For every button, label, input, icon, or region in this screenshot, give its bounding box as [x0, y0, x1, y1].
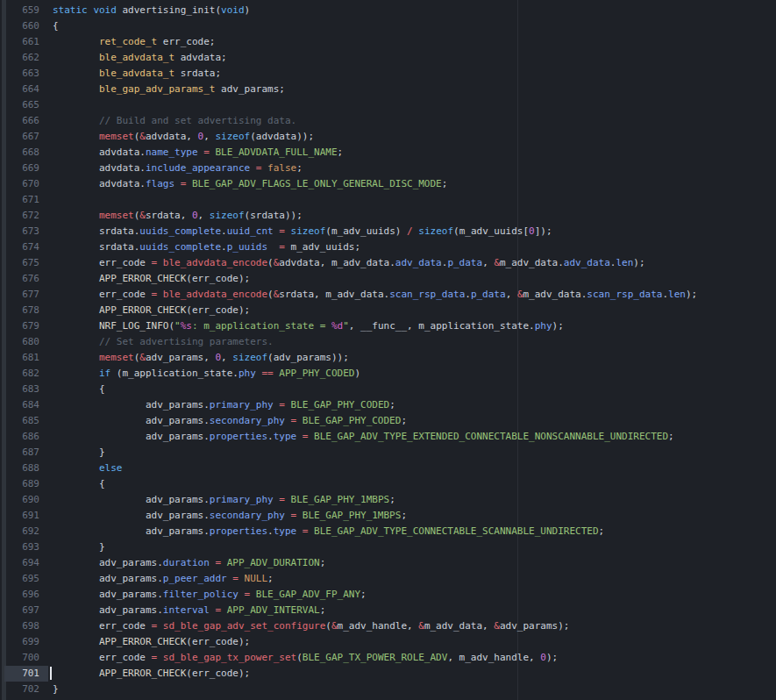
line-number[interactable]: 684	[4, 397, 48, 413]
code-line-text[interactable]: memset(&srdata, 0, sizeof(srdata));	[48, 208, 776, 224]
code-line[interactable]: 659static void advertising_init(void)	[0, 3, 776, 18]
line-number[interactable]: 688	[4, 461, 48, 476]
code-line-text[interactable]: APP_ERROR_CHECK(err_code);	[48, 634, 776, 650]
code-line[interactable]: 694 adv_params.duration = APP_ADV_DURATI…	[0, 555, 776, 571]
line-number[interactable]: 663	[4, 66, 48, 82]
code-line[interactable]: 671	[0, 192, 776, 208]
line-number[interactable]: 702	[4, 682, 48, 697]
code-line[interactable]: 700 err_code = sd_ble_gap_tx_power_set(B…	[0, 650, 776, 666]
line-number[interactable]: 671	[4, 192, 48, 208]
line-number[interactable]: 668	[4, 145, 48, 161]
code-line[interactable]: 666 // Build and set advertising data.	[0, 113, 776, 129]
code-line[interactable]: 660{	[0, 18, 776, 34]
line-number[interactable]: 675	[4, 255, 48, 271]
code-line[interactable]: 682 if (m_application_state.phy == APP_P…	[0, 366, 776, 382]
code-line[interactable]: 693 }	[0, 539, 776, 555]
code-line-text[interactable]: {	[48, 18, 776, 34]
line-number[interactable]: 673	[4, 224, 48, 239]
line-number[interactable]: 665	[4, 97, 48, 113]
code-line-text[interactable]: adv_params.interval = APP_ADV_INTERVAL;	[48, 603, 776, 618]
code-line[interactable]: 678 APP_ERROR_CHECK(err_code);	[0, 303, 776, 318]
code-line-text[interactable]: APP_ERROR_CHECK(err_code);	[48, 303, 776, 318]
code-line-text[interactable]: adv_params.duration = APP_ADV_DURATION;	[48, 555, 776, 571]
line-number[interactable]: 676	[4, 271, 48, 287]
code-line-text[interactable]: err_code = sd_ble_gap_tx_power_set(BLE_G…	[48, 650, 776, 666]
code-line-text[interactable]: NRF_LOG_INFO("%s: m_application_state = …	[48, 318, 776, 334]
code-line-text[interactable]: ble_advdata_t srdata;	[48, 66, 776, 82]
code-line-text[interactable]: ble_advdata_t advdata;	[48, 50, 776, 66]
line-number[interactable]: 701	[4, 666, 48, 682]
code-line-text[interactable]: {	[48, 476, 776, 492]
line-number[interactable]: 683	[4, 382, 48, 397]
code-line-text[interactable]: }	[48, 445, 776, 461]
line-number[interactable]: 678	[4, 303, 48, 318]
line-number[interactable]: 697	[4, 603, 48, 618]
line-number[interactable]: 681	[4, 350, 48, 366]
line-number[interactable]: 660	[4, 18, 48, 34]
code-line[interactable]: 683 {	[0, 382, 776, 397]
code-line[interactable]: 670 advdata.flags = BLE_GAP_ADV_FLAGS_LE…	[0, 176, 776, 192]
line-number[interactable]: 664	[4, 82, 48, 97]
code-line[interactable]: 702}	[0, 682, 776, 697]
code-line[interactable]: 674 srdata.uuids_complete.p_uuids = m_ad…	[0, 239, 776, 255]
line-number[interactable]: 686	[4, 429, 48, 445]
line-number[interactable]: 696	[4, 587, 48, 603]
code-line[interactable]: 690 adv_params.primary_phy = BLE_GAP_PHY…	[0, 492, 776, 508]
code-line-text[interactable]: adv_params.secondary_phy = BLE_GAP_PHY_C…	[48, 413, 776, 429]
code-line[interactable]: 680 // Set advertising parameters.	[0, 334, 776, 350]
code-line-text[interactable]: adv_params.primary_phy = BLE_GAP_PHY_1MB…	[48, 492, 776, 508]
code-line-text[interactable]: memset(&advdata, 0, sizeof(advdata));	[48, 129, 776, 145]
line-number[interactable]: 685	[4, 413, 48, 429]
code-line[interactable]: 685 adv_params.secondary_phy = BLE_GAP_P…	[0, 413, 776, 429]
code-line[interactable]: 701 APP_ERROR_CHECK(err_code);	[0, 666, 776, 682]
code-line[interactable]: 698 err_code = sd_ble_gap_adv_set_config…	[0, 618, 776, 634]
code-line[interactable]: 677 err_code = ble_advdata_encode(&srdat…	[0, 287, 776, 303]
line-number[interactable]: 693	[4, 539, 48, 555]
code-line[interactable]: 676 APP_ERROR_CHECK(err_code);	[0, 271, 776, 287]
code-line-text[interactable]: ble_gap_adv_params_t adv_params;	[48, 82, 776, 97]
code-line[interactable]: 667 memset(&advdata, 0, sizeof(advdata))…	[0, 129, 776, 145]
code-line-text[interactable]: srdata.uuids_complete.p_uuids = m_adv_uu…	[48, 239, 776, 255]
code-line-text[interactable]: adv_params.primary_phy = BLE_GAP_PHY_COD…	[48, 397, 776, 413]
code-line-text[interactable]: srdata.uuids_complete.uuid_cnt = sizeof(…	[48, 224, 776, 239]
line-number[interactable]: 691	[4, 508, 48, 524]
line-number[interactable]: 674	[4, 239, 48, 255]
code-line-text[interactable]: static void advertising_init(void)	[48, 3, 776, 18]
code-line[interactable]: 665	[0, 97, 776, 113]
code-line-text[interactable]: err_code = ble_advdata_encode(&advdata, …	[48, 255, 776, 271]
line-number[interactable]: 662	[4, 50, 48, 66]
line-number[interactable]: 679	[4, 318, 48, 334]
code-line-text[interactable]	[48, 192, 776, 208]
code-line-text[interactable]: adv_params.p_peer_addr = NULL;	[48, 571, 776, 587]
code-line[interactable]: 679 NRF_LOG_INFO("%s: m_application_stat…	[0, 318, 776, 334]
code-line-text[interactable]: adv_params.secondary_phy = BLE_GAP_PHY_1…	[48, 508, 776, 524]
code-line[interactable]: 691 adv_params.secondary_phy = BLE_GAP_P…	[0, 508, 776, 524]
code-line[interactable]: 675 err_code = ble_advdata_encode(&advda…	[0, 255, 776, 271]
code-line-text[interactable]: APP_ERROR_CHECK(err_code);	[48, 271, 776, 287]
code-line[interactable]: 668 advdata.name_type = BLE_ADVDATA_FULL…	[0, 145, 776, 161]
line-number[interactable]: 689	[4, 476, 48, 492]
line-number[interactable]: 670	[4, 176, 48, 192]
line-number[interactable]: 699	[4, 634, 48, 650]
code-line[interactable]: 684 adv_params.primary_phy = BLE_GAP_PHY…	[0, 397, 776, 413]
code-line-text[interactable]: // Set advertising parameters.	[48, 334, 776, 350]
code-line[interactable]: 699 APP_ERROR_CHECK(err_code);	[0, 634, 776, 650]
code-line-text[interactable]: adv_params.filter_policy = BLE_GAP_ADV_F…	[48, 587, 776, 603]
code-line[interactable]: 695 adv_params.p_peer_addr = NULL;	[0, 571, 776, 587]
code-line-text[interactable]: adv_params.properties.type = BLE_GAP_ADV…	[48, 524, 776, 539]
code-line-text[interactable]: err_code = ble_advdata_encode(&srdata, m…	[48, 287, 776, 303]
code-line-text[interactable]: advdata.include_appearance = false;	[48, 161, 776, 176]
line-number[interactable]: 687	[4, 445, 48, 461]
code-line[interactable]: 692 adv_params.properties.type = BLE_GAP…	[0, 524, 776, 539]
code-line[interactable]: 681 memset(&adv_params, 0, sizeof(adv_pa…	[0, 350, 776, 366]
code-line[interactable]: 688 else	[0, 461, 776, 476]
code-line[interactable]: 697 adv_params.interval = APP_ADV_INTERV…	[0, 603, 776, 618]
line-number[interactable]: 677	[4, 287, 48, 303]
line-number[interactable]: 695	[4, 571, 48, 587]
code-line[interactable]: 689 {	[0, 476, 776, 492]
code-line-text[interactable]: }	[48, 539, 776, 555]
code-line[interactable]: 662 ble_advdata_t advdata;	[0, 50, 776, 66]
code-line[interactable]: 696 adv_params.filter_policy = BLE_GAP_A…	[0, 587, 776, 603]
code-line-text[interactable]: else	[48, 461, 776, 476]
code-line-text[interactable]: {	[48, 382, 776, 397]
